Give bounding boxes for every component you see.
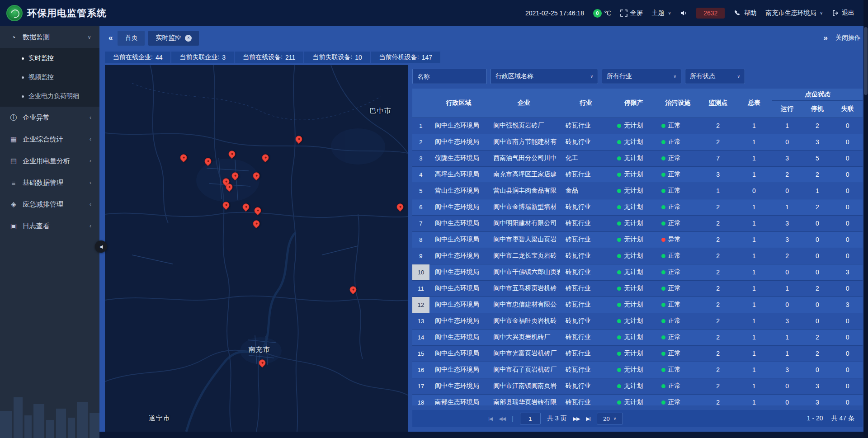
help-button[interactable]: 帮助 — [734, 9, 756, 17]
map-collapse-button[interactable]: ◀ — [95, 240, 107, 253]
cell-company: 阆中市枣碧大梁山页岩 — [488, 231, 560, 248]
sidebar-item[interactable]: ▦企业综合统计‹ — [0, 128, 99, 150]
tab-label: 实时监控 — [156, 34, 181, 42]
table-row[interactable]: 16阆中生态环境局阆中市石子页岩机砖厂砖瓦行业无计划正常21300 — [412, 362, 863, 378]
map-panel[interactable]: 巴中市南充市遂宁市 — [105, 65, 408, 432]
map-pin-icon[interactable] — [221, 200, 231, 210]
temperature-badge: 0 — [593, 9, 602, 18]
table-row[interactable]: 17阆中生态环境局阆中市江南镇阆南页岩砖瓦行业无计划正常21030 — [412, 378, 863, 394]
cell-industry: 砖瓦行业 — [560, 248, 612, 264]
tab[interactable]: 实时监控× — [148, 31, 199, 46]
chevron-down-icon — [673, 74, 676, 79]
name-filter-input[interactable] — [412, 69, 487, 84]
map-pin-icon[interactable] — [241, 202, 250, 212]
region-filter-select[interactable]: 行政区域名称 — [491, 69, 598, 84]
table-row[interactable]: 1阆中生态环境局阆中强锐页岩砖厂砖瓦行业无计划正常21120 — [412, 118, 863, 134]
prev-page-button[interactable]: ◀◀ — [499, 416, 505, 422]
cell-stop: 0 — [802, 297, 832, 313]
sidebar-item[interactable]: ▣日志查看‹ — [0, 215, 99, 237]
table-row[interactable]: 4高坪生态环境局南充市高坪区王家店建砖瓦行业无计划正常31220 — [412, 166, 863, 183]
table-row[interactable]: 2阆中生态环境局阆中市南方节能建材有砖瓦行业无计划正常21030 — [412, 134, 863, 150]
industry-filter-select[interactable]: 所有行业 — [602, 69, 681, 84]
map-overlay: 巴中市南充市遂宁市 — [105, 65, 408, 432]
sidebar-item-label: 应急减排管理 — [23, 200, 63, 209]
table-row[interactable]: 12阆中生态环境局阆中市忠信建材有限公砖瓦行业无计划正常21003 — [412, 297, 863, 313]
sidebar-item[interactable]: ◈应急减排管理‹ — [0, 193, 99, 215]
table-row[interactable]: 8阆中生态环境局阆中市枣碧大梁山页岩砖瓦行业无计划异常21300 — [412, 231, 863, 248]
table-row[interactable]: 3仪陇生态环境局西南油气田分公司川中化工无计划正常71350 — [412, 150, 863, 166]
map-pin-icon[interactable] — [253, 206, 263, 216]
status-filter-select[interactable]: 所有状态 — [685, 69, 745, 84]
cell-lost: 0 — [832, 150, 863, 166]
table-row[interactable]: 10阆中生态环境局阆中市千佛镇六郎山页岩砖瓦行业无计划正常21003 — [412, 264, 863, 280]
sidebar-item[interactable]: ⓘ企业异常‹ — [0, 107, 99, 128]
sidebar-subitem[interactable]: 视频监控 — [0, 68, 99, 87]
table-row[interactable]: 5营山生态环境局营山县润丰肉食品有限食品无计划正常10010 — [412, 183, 863, 199]
cell-region: 阆中生态环境局 — [429, 345, 488, 362]
last-page-button[interactable]: ▶| — [586, 416, 590, 422]
cell-industry: 砖瓦行业 — [560, 362, 612, 378]
sidebar-subitem[interactable]: 实时监控 — [0, 49, 99, 68]
table-row[interactable]: 18南部生态环境局南部县瑞华页岩砖有限砖瓦行业无计划正常21030 — [412, 394, 863, 405]
close-operations-button[interactable]: 关闭操作 — [835, 34, 861, 42]
chart-icon: ▤ — [8, 157, 19, 165]
fullscreen-button[interactable]: 全屏 — [620, 9, 643, 17]
pagination-controls: |◀ ◀◀ | 1 共 3 页 ▶▶ ▶| 20 — [488, 413, 623, 424]
map-pin-icon[interactable] — [203, 156, 212, 166]
org-dropdown[interactable]: 南充市生态环境局 — [765, 9, 823, 17]
map-pin-icon[interactable] — [251, 171, 261, 180]
map-pin-icon[interactable] — [251, 219, 261, 228]
cell-stop: 0 — [802, 264, 832, 280]
stat-value: 211 — [285, 54, 295, 61]
status-dot-green — [661, 205, 665, 209]
map-pin-icon[interactable] — [260, 153, 270, 162]
next-page-button[interactable]: ▶▶ — [573, 416, 580, 422]
cell-stop: 0 — [802, 215, 832, 231]
tab-close-icon[interactable]: × — [185, 35, 192, 42]
page-scrollbar[interactable] — [863, 0, 868, 438]
page-number-input[interactable]: 1 — [520, 413, 541, 424]
table-row[interactable]: 14阆中生态环境局阆中大兴页岩机砖厂砖瓦行业无计划正常21120 — [412, 329, 863, 345]
map-pin-icon[interactable] — [230, 171, 240, 180]
map-pin-icon[interactable] — [396, 202, 405, 212]
cell-run: 1 — [772, 199, 802, 215]
cell-limit-status: 无计划 — [612, 248, 656, 264]
cell-lost: 0 — [832, 199, 863, 215]
cell-limit-status: 无计划 — [612, 231, 656, 248]
first-page-button[interactable]: |◀ — [488, 416, 492, 422]
logout-button[interactable]: 退出 — [832, 9, 854, 17]
sidebar-item[interactable]: ◔数据监测∨ — [0, 26, 99, 48]
table-row[interactable]: 6阆中生态环境局阆中市金博瑞新型墙材砖瓦行业无计划正常21120 — [412, 199, 863, 215]
tab[interactable]: 首页 — [118, 31, 145, 46]
sidebar-item[interactable]: ≡基础数据管理‹ — [0, 172, 99, 193]
map-pin-icon[interactable] — [227, 149, 237, 159]
table-row[interactable]: 9阆中生态环境局阆中市二龙长宝页岩砖砖瓦行业无计划正常21200 — [412, 248, 863, 264]
status-dot-green — [617, 270, 621, 274]
row-index: 18 — [412, 394, 429, 405]
table-row[interactable]: 11阆中生态环境局阆中市五马桥页岩机砖砖瓦行业无计划正常21120 — [412, 280, 863, 297]
sidebar-item[interactable]: ▤企业用电量分析‹ — [0, 150, 99, 172]
cell-meters: 1 — [736, 329, 772, 345]
table-row[interactable]: 15阆中生态环境局阆中市光富页岩机砖厂砖瓦行业无计划正常21120 — [412, 345, 863, 362]
tabs-scroll-left-icon[interactable]: « — [106, 33, 115, 42]
cell-company: 阆中市南方节能建材有 — [488, 134, 560, 150]
cell-facility-status: 正常 — [656, 378, 700, 394]
table-row[interactable]: 7阆中生态环境局阆中明阳建材有限公司砖瓦行业无计划正常21300 — [412, 215, 863, 231]
stat-label: 当前失联设备: — [312, 53, 352, 61]
tab-list: 首页实时监控× — [118, 31, 203, 46]
map-pin-icon[interactable] — [294, 134, 303, 144]
table-row[interactable]: 13阆中生态环境局阆中市金福旺页岩机砖砖瓦行业无计划正常21300 — [412, 313, 863, 329]
sidebar-subitem[interactable]: 企业电力负荷明细 — [0, 87, 99, 106]
cell-company: 阆中市千佛镇六郎山页岩 — [488, 264, 560, 280]
map-pin-icon[interactable] — [258, 358, 267, 367]
announcement-button[interactable] — [680, 9, 687, 17]
page-size-select[interactable]: 20 — [597, 413, 623, 424]
theme-dropdown[interactable]: 主题 — [652, 9, 671, 17]
map-pin-icon[interactable] — [179, 153, 189, 162]
tabs-scroll-right-icon[interactable]: » — [821, 33, 830, 42]
notice-count-badge[interactable]: 2632 — [696, 8, 725, 19]
status-text: 无计划 — [624, 138, 643, 145]
map-pin-icon[interactable] — [349, 285, 358, 294]
app-header: 环保用电监管系统 2021-02-25 17:46:18 0 ℃ 全屏 主题 2… — [0, 0, 868, 26]
scrollbar-thumb[interactable] — [864, 27, 868, 95]
